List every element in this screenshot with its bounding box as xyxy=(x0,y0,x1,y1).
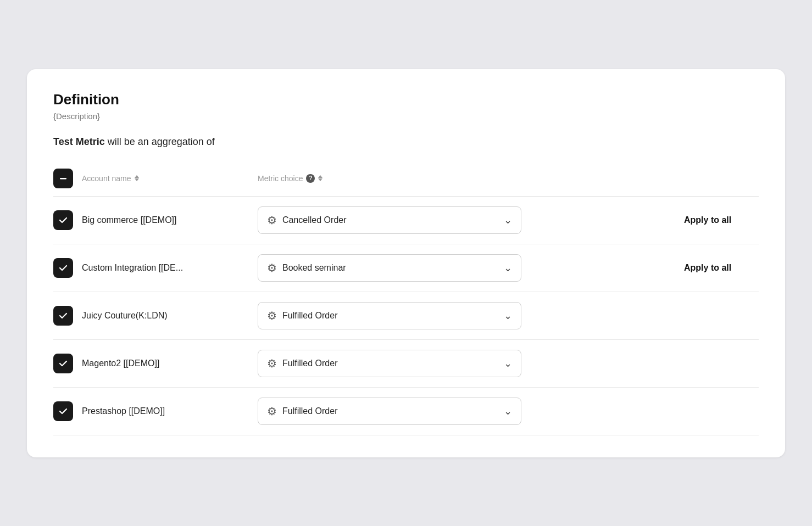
metric-dropdown-1[interactable]: ⚙ Booked seminar ⌄ xyxy=(258,254,521,282)
accounts-table: Account name Metric choice ? xyxy=(53,163,759,435)
table-header: Account name Metric choice ? xyxy=(53,163,759,197)
table-row: Big commerce [[DEMO]] ⚙ Cancelled Order … xyxy=(53,197,759,244)
metric-sort-icon[interactable] xyxy=(318,175,322,181)
aggregation-suffix: will be an aggregation of xyxy=(105,136,215,147)
row-check-col xyxy=(53,306,82,326)
gear-icon: ⚙ xyxy=(267,357,277,370)
account-name-header: Account name xyxy=(82,174,258,183)
gear-icon: ⚙ xyxy=(267,214,277,227)
row-check-col xyxy=(53,401,82,421)
table-row: Custom Integration [[DE... ⚙ Booked semi… xyxy=(53,244,759,292)
row-checkbox-0[interactable] xyxy=(53,210,73,230)
apply-to-all-button-1[interactable]: Apply to all xyxy=(671,263,731,272)
aggregation-line: Test Metric will be an aggregation of xyxy=(53,136,759,148)
row-check-col xyxy=(53,210,82,230)
row-checkbox-3[interactable] xyxy=(53,354,73,373)
chevron-down-icon: ⌄ xyxy=(504,214,512,226)
row-checkbox-2[interactable] xyxy=(53,306,73,326)
row-account-name-0: Big commerce [[DEMO]] xyxy=(82,215,258,225)
row-account-name-3: Magento2 [[DEMO]] xyxy=(82,359,258,368)
row-metric-col-0: ⚙ Cancelled Order ⌄ xyxy=(258,206,671,234)
row-account-name-1: Custom Integration [[DE... xyxy=(82,263,258,273)
table-row: Prestashop [[DEMO]] ⚙ Fulfilled Order ⌄ xyxy=(53,388,759,435)
row-action-col-1: Apply to all xyxy=(671,263,759,273)
chevron-down-icon: ⌄ xyxy=(504,405,512,417)
row-action-col-0: Apply to all xyxy=(671,215,759,225)
metric-value-text: Fulfilled Order xyxy=(282,311,337,321)
section-title: Definition xyxy=(53,91,759,108)
table-row: Juicy Couture(K:LDN) ⚙ Fulfilled Order ⌄ xyxy=(53,292,759,340)
metric-dropdown-left: ⚙ Fulfilled Order xyxy=(267,309,337,322)
account-name-text: Prestashop [[DEMO]] xyxy=(82,406,165,416)
account-name-text: Magento2 [[DEMO]] xyxy=(82,359,159,368)
metric-dropdown-2[interactable]: ⚙ Fulfilled Order ⌄ xyxy=(258,302,521,329)
row-checkbox-4[interactable] xyxy=(53,401,73,421)
metric-choice-header: Metric choice ? xyxy=(258,174,671,183)
svg-rect-0 xyxy=(60,178,66,180)
metric-value-text: Fulfilled Order xyxy=(282,406,337,416)
rows-container: Big commerce [[DEMO]] ⚙ Cancelled Order … xyxy=(53,197,759,435)
account-name-text: Big commerce [[DEMO]] xyxy=(82,215,176,225)
row-metric-col-2: ⚙ Fulfilled Order ⌄ xyxy=(258,302,671,329)
gear-icon: ⚙ xyxy=(267,261,277,275)
row-checkbox-1[interactable] xyxy=(53,258,73,278)
account-name-label: Account name xyxy=(82,174,131,183)
apply-to-all-button-0[interactable]: Apply to all xyxy=(671,215,731,225)
metric-dropdown-3[interactable]: ⚙ Fulfilled Order ⌄ xyxy=(258,350,521,377)
metric-dropdown-0[interactable]: ⚙ Cancelled Order ⌄ xyxy=(258,206,521,234)
chevron-down-icon: ⌄ xyxy=(504,262,512,274)
chevron-down-icon: ⌄ xyxy=(504,310,512,322)
metric-dropdown-left: ⚙ Cancelled Order xyxy=(267,214,347,227)
account-name-text: Juicy Couture(K:LDN) xyxy=(82,311,168,321)
row-account-name-4: Prestashop [[DEMO]] xyxy=(82,406,258,416)
table-row: Magento2 [[DEMO]] ⚙ Fulfilled Order ⌄ xyxy=(53,340,759,388)
header-checkbox-col xyxy=(53,169,82,188)
definition-card: Definition {Description} Test Metric wil… xyxy=(27,69,785,457)
metric-help-icon[interactable]: ? xyxy=(306,174,315,183)
gear-icon: ⚙ xyxy=(267,405,277,418)
metric-value-text: Fulfilled Order xyxy=(282,359,337,368)
metric-value-text: Cancelled Order xyxy=(282,215,347,225)
row-account-name-2: Juicy Couture(K:LDN) xyxy=(82,311,258,321)
account-sort-icon[interactable] xyxy=(135,175,139,181)
chevron-down-icon: ⌄ xyxy=(504,357,512,370)
gear-icon: ⚙ xyxy=(267,309,277,322)
metric-value-text: Booked seminar xyxy=(282,263,346,273)
row-metric-col-3: ⚙ Fulfilled Order ⌄ xyxy=(258,350,671,377)
row-metric-col-1: ⚙ Booked seminar ⌄ xyxy=(258,254,671,282)
account-name-text: Custom Integration [[DE... xyxy=(82,263,183,273)
metric-dropdown-left: ⚙ Fulfilled Order xyxy=(267,405,337,418)
row-metric-col-4: ⚙ Fulfilled Order ⌄ xyxy=(258,398,671,425)
row-check-col xyxy=(53,354,82,373)
header-checkbox[interactable] xyxy=(53,169,73,188)
row-check-col xyxy=(53,258,82,278)
metric-dropdown-4[interactable]: ⚙ Fulfilled Order ⌄ xyxy=(258,398,521,425)
metric-dropdown-left: ⚙ Fulfilled Order xyxy=(267,357,337,370)
metric-name: Test Metric xyxy=(53,136,105,147)
metric-choice-label: Metric choice xyxy=(258,174,303,183)
section-description: {Description} xyxy=(53,111,759,121)
metric-dropdown-left: ⚙ Booked seminar xyxy=(267,261,346,275)
